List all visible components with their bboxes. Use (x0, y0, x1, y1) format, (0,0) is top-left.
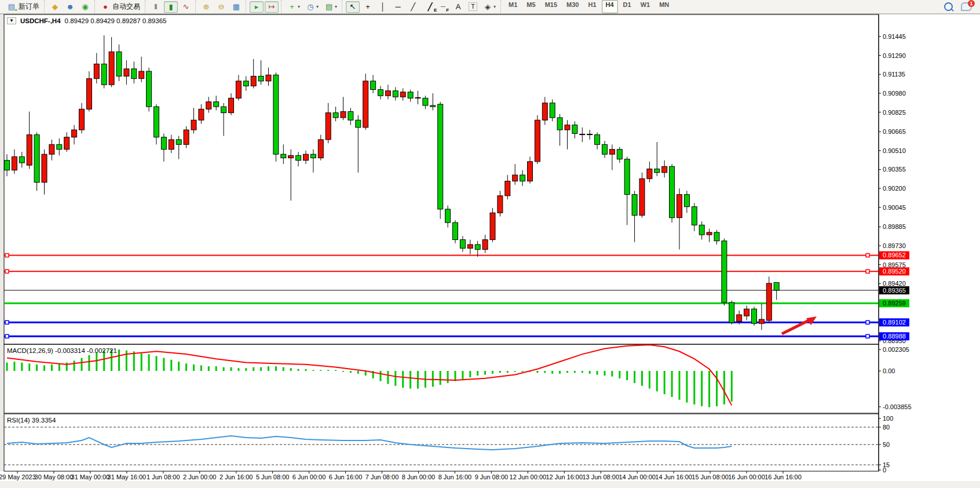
candle-body (393, 91, 398, 97)
candle-body (124, 69, 129, 77)
line-handle-right[interactable] (866, 253, 869, 257)
chart-canvas: 0.914450.912900.911350.909800.908250.906… (0, 14, 980, 488)
toolbar-group: ◆☻◉ (44, 0, 94, 14)
line-handle-left[interactable] (5, 321, 9, 324)
time-tick-label: 16 Jun 00:00 (728, 474, 765, 480)
timeframe-d1[interactable]: D1 (619, 0, 635, 13)
line-handle-right[interactable] (866, 321, 869, 324)
candle-body (116, 52, 122, 76)
fibonacci-button[interactable]: ┈F (436, 1, 450, 13)
candle-body (296, 155, 301, 160)
candle-body (662, 166, 667, 173)
rsi-tick-label: 0 (883, 467, 886, 474)
candle-body (490, 213, 495, 239)
auto-scroll-button[interactable]: ▸ (250, 1, 264, 13)
candle-body (475, 245, 480, 249)
line-chart-button[interactable]: ∿ (179, 1, 193, 13)
candle-body (378, 90, 383, 96)
periods-button[interactable]: ◷▾ (303, 1, 321, 13)
candle-body (131, 69, 137, 79)
time-tick-label: 5 Jun 08:00 (256, 474, 290, 480)
zoom-in-button[interactable]: ⊕ (199, 1, 213, 13)
vertical-line-icon: │ (378, 2, 387, 12)
symbol-dropdown-icon[interactable]: ▼ (7, 17, 16, 24)
indicators-dropdown-arrow[interactable]: ▾ (298, 4, 300, 9)
candle-chart-button[interactable]: ▮ (164, 1, 178, 13)
candle-body (766, 283, 771, 321)
text-icon: A (454, 2, 463, 12)
toolbar-group: ▸↦ (246, 0, 281, 14)
candle-body (609, 150, 615, 154)
chart-shift-button[interactable]: ↦ (265, 1, 279, 13)
line-handle-left[interactable] (5, 270, 9, 273)
autotrading-button[interactable]: ●自动交易 (98, 1, 142, 13)
signals-button[interactable]: ◉ (78, 1, 92, 13)
symbol-ohlc-values: 0.89429 0.89429 0.89287 0.89365 (65, 17, 167, 24)
price-tick-label: 0.89885 (883, 223, 906, 230)
candle-body (385, 91, 390, 96)
zoom-out-button[interactable]: ⊖ (214, 1, 228, 13)
horizontal-line-button[interactable]: ─ (391, 1, 405, 13)
crosshair-button[interactable]: + (361, 1, 375, 13)
periods-dropdown-arrow[interactable]: ▾ (316, 4, 319, 9)
equidistant-channel-icon: ╱╱E (423, 2, 433, 12)
candle-body (647, 169, 652, 179)
timeframe-m15[interactable]: M15 (541, 0, 561, 13)
chart-title-bar: ▼ USDCHF-,H4 0.89429 0.89429 0.89287 0.8… (7, 17, 166, 24)
timeframe-w1[interactable]: W1 (637, 0, 654, 13)
profiles-button[interactable]: ☻ (63, 1, 77, 13)
candle-body (326, 113, 331, 140)
arrows-dropdown-arrow[interactable]: ▾ (493, 4, 496, 9)
horizontal-line-icon: ─ (393, 2, 403, 12)
timeframe-h4[interactable]: H4 (602, 0, 618, 13)
new-order-button[interactable]: ▤+新订单 (5, 1, 42, 13)
timeframe-m5[interactable]: M5 (522, 0, 539, 13)
candle-body (147, 71, 152, 107)
templates-button[interactable]: ▤▾ (322, 1, 339, 13)
indicators-icon: + (287, 2, 297, 12)
price-tick-label: 0.90980 (883, 90, 906, 97)
line-handle-left[interactable] (5, 334, 9, 338)
candle-body (498, 196, 503, 213)
candle-body (415, 97, 420, 98)
rsi-tick-label: 50 (883, 441, 890, 448)
candle-body (729, 303, 734, 323)
chat-icon[interactable]: 1 (961, 2, 972, 11)
line-handle-right[interactable] (866, 334, 869, 338)
timeframe-m1[interactable]: M1 (504, 0, 521, 13)
candle-body (445, 209, 451, 223)
templates-dropdown-arrow[interactable]: ▾ (335, 4, 337, 9)
bottom-strip (0, 481, 980, 488)
text-label-icon: T (469, 2, 477, 11)
arrows-button[interactable]: ◈▾ (481, 1, 498, 13)
search-icon[interactable] (944, 2, 953, 11)
bar-chart-button[interactable]: ‖ (149, 1, 163, 13)
candle-body (684, 195, 689, 207)
candle-chart-icon: ▮ (166, 2, 175, 12)
line-handle-left[interactable] (5, 253, 9, 257)
equidistant-channel-button[interactable]: ╱╱E (421, 1, 435, 13)
candle-body (236, 81, 241, 98)
candle-body (101, 64, 107, 85)
time-tick-label: 30 May 08:00 (35, 474, 74, 480)
timeframe-h1[interactable]: H1 (584, 0, 600, 13)
macd-tick-label: 0.002305 (883, 346, 909, 353)
cursor-button[interactable]: ↖ (346, 1, 360, 13)
metaeditor-button[interactable]: ◆ (48, 1, 62, 13)
text-label-button[interactable]: T (466, 1, 480, 13)
line-handle-right[interactable] (866, 270, 869, 273)
candle-body (670, 166, 675, 217)
timeframe-mn[interactable]: MN (655, 0, 673, 13)
timeframe-m30[interactable]: M30 (562, 0, 583, 13)
price-line-label: 0.89259 (883, 300, 906, 307)
signals-icon: ◉ (81, 2, 90, 12)
indicators-button[interactable]: +▾ (285, 1, 302, 13)
candle-body (505, 181, 510, 195)
new-order-overlay-glyph: + (14, 8, 17, 13)
text-button[interactable]: A (451, 1, 465, 13)
trendline-button[interactable]: ╱ (406, 1, 420, 13)
time-tick-label: 8 Jun 00:00 (402, 474, 436, 480)
vertical-line-button[interactable]: │ (376, 1, 390, 13)
tile-windows-button[interactable]: ▦ (229, 1, 243, 13)
candle-body (557, 118, 562, 130)
